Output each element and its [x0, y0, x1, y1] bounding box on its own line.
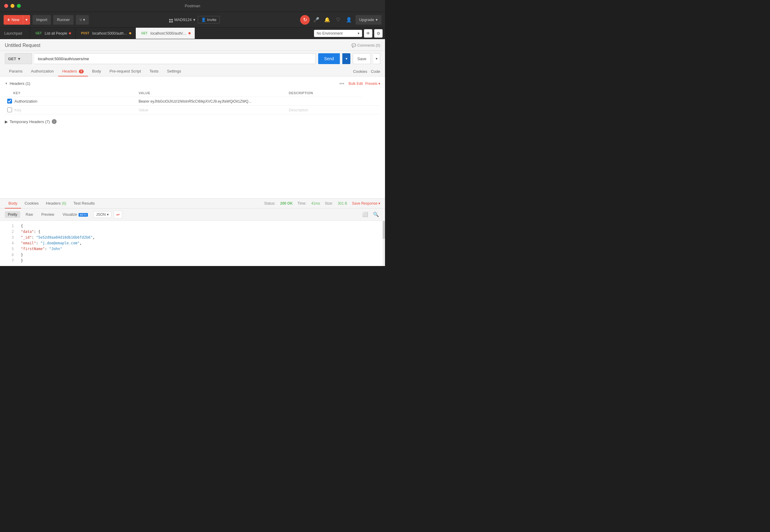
grid-icon [169, 17, 173, 23]
format-raw[interactable]: Raw [23, 211, 36, 218]
wrap-button[interactable]: ⇌ [114, 211, 122, 218]
new-dropdown-arrow[interactable]: ▾ [23, 15, 30, 25]
user-button[interactable]: 👤 [345, 16, 353, 24]
traffic-lights [4, 4, 21, 8]
json-line-6: 6 } [5, 252, 380, 258]
header-row-1: Authorization Bearer eyJhbGciOiJIUzI1NiI… [5, 97, 380, 106]
response-area: Body Cookies Headers (6) Test Results St… [0, 198, 385, 266]
env-settings-button[interactable]: ⚙ [374, 29, 382, 38]
upgrade-button[interactable]: Upgrade ▾ [355, 15, 381, 25]
send-button[interactable]: Send [318, 53, 340, 64]
workspace-button[interactable]: MAD9124 ▾ [169, 17, 195, 23]
close-button[interactable] [4, 4, 8, 8]
header-row1-value-cell: Bearer eyJhbGciOiJIUzI1NiIsInR5cCI6IkpXV… [136, 97, 286, 106]
headers-section-header[interactable]: ▼ Headers (1) [5, 81, 30, 86]
tab-body[interactable]: Body [88, 67, 105, 76]
save-button[interactable]: Save [353, 53, 371, 64]
comments-button[interactable]: 💬 Comments (0) [351, 43, 380, 48]
tab-list-people[interactable]: GET List all People [30, 28, 76, 39]
resp-tab-headers[interactable]: Headers (6) [42, 199, 70, 209]
resp-tab-cookies[interactable]: Cookies [21, 199, 42, 209]
minimize-button[interactable] [11, 4, 14, 8]
tab2-label: localhost:5000/auth/tok... [92, 31, 128, 36]
tab1-method: GET [34, 31, 43, 35]
url-input[interactable] [34, 53, 316, 64]
json-line-7: 7 } [5, 258, 380, 264]
new-button[interactable]: + New ▾ [4, 15, 30, 25]
section-label: Headers (1) [10, 81, 30, 86]
search-response-button[interactable]: 🔍 [372, 210, 380, 219]
tab3-unsaved-dot [188, 32, 190, 34]
send-dropdown-button[interactable]: ▾ [342, 53, 350, 64]
tab-headers-label: Headers [62, 69, 77, 73]
json-line-1: 1 { [5, 223, 380, 229]
tab-settings[interactable]: Settings [163, 67, 185, 76]
resp-tab-test-results[interactable]: Test Results [70, 199, 98, 209]
headers-table: KEY VALUE DESCRIPTION Authorization B [5, 89, 380, 114]
bell-button[interactable]: 🔔 [323, 16, 331, 24]
tab-prerequest[interactable]: Pre-request Script [105, 67, 145, 76]
workspace-chevron: ▾ [193, 17, 195, 22]
save-dropdown-button[interactable]: ▾ [373, 53, 380, 64]
headers-toolbar: ▼ Headers (1) ••• Bulk Edit Presets ▾ [5, 79, 380, 88]
temporary-headers[interactable]: ▶ Temporary Headers (7) i [5, 117, 380, 126]
cookies-link[interactable]: Cookies [353, 67, 367, 76]
size-value: 301 B [338, 201, 347, 206]
tab3-label: localhost:5000/auth/user... [150, 31, 187, 36]
env-controls: No Environment ▾ 👁 ⚙ [314, 29, 382, 38]
tab-post-token[interactable]: POST localhost:5000/auth/tok... [76, 28, 136, 39]
format-selector[interactable]: JSON ▾ [93, 211, 111, 218]
comments-label: Comments (0) [357, 43, 380, 48]
format-pretty[interactable]: Pretty [5, 211, 20, 218]
mic-button[interactable]: 🎤 [312, 16, 320, 24]
col-value-header: VALUE [136, 89, 286, 97]
response-scrollbar-track[interactable] [382, 221, 385, 266]
new-button-label: New [11, 17, 19, 22]
tab3-method: GET [140, 31, 149, 35]
tab-tests[interactable]: Tests [145, 67, 162, 76]
header-row-new-desc-placeholder: Description [289, 108, 308, 112]
runner-button[interactable]: Runner [53, 15, 73, 25]
presets-button[interactable]: Presets ▾ [365, 82, 380, 86]
maximize-button[interactable] [17, 4, 21, 8]
fork-button[interactable]: ⑂ ▾ [76, 15, 89, 25]
method-selector[interactable]: GET ▾ [5, 53, 32, 64]
toolbar-center: MAD9124 ▾ 👤 Invite [91, 16, 298, 23]
format-visualize[interactable]: Visualize BETA [60, 211, 91, 218]
tab-params[interactable]: Params [5, 67, 27, 76]
heart-button[interactable]: ♡ [334, 16, 342, 24]
tab1-label: List all People [45, 31, 67, 36]
time-label: Time: [297, 201, 306, 206]
invite-button[interactable]: 👤 Invite [198, 16, 220, 23]
header-row1-value: Bearer eyJhbGciOiJIUzI1NiIsInR5cCI6IkpXV… [138, 99, 251, 104]
title-bar: Postman [0, 0, 385, 12]
temp-headers-chevron: ▶ [5, 119, 8, 124]
tab-get-user[interactable]: GET localhost:5000/auth/user... [136, 28, 195, 39]
headers-more-button[interactable]: ••• [337, 80, 346, 87]
header-row-new-value-placeholder: Value [138, 108, 148, 112]
save-response-button[interactable]: Save Response ▾ [352, 201, 380, 206]
headers-actions: ••• Bulk Edit Presets ▾ [337, 80, 380, 87]
format-preview[interactable]: Preview [38, 211, 57, 218]
resp-tab-body[interactable]: Body [5, 199, 21, 209]
section-chevron: ▼ [5, 82, 8, 85]
import-button[interactable]: Import [32, 15, 51, 25]
code-link[interactable]: Code [371, 67, 380, 76]
sync-button[interactable]: ↻ [300, 15, 310, 25]
env-selector[interactable]: No Environment ▾ [314, 30, 362, 37]
copy-response-button[interactable]: ⬜ [361, 210, 369, 219]
request-title: Untitled Request [5, 43, 40, 48]
invite-label: Invite [207, 17, 216, 22]
info-icon: i [52, 119, 57, 124]
response-scrollbar-thumb[interactable] [382, 221, 385, 239]
header-row1-checkbox[interactable] [7, 99, 12, 104]
tab-launchpad[interactable]: Launchpad [0, 28, 30, 39]
tab-authorization[interactable]: Authorization [27, 67, 58, 76]
tab-headers[interactable]: Headers 8 [58, 67, 88, 76]
json-line-2: 2 "data": { [5, 229, 380, 235]
bulk-edit-button[interactable]: Bulk Edit [348, 82, 363, 86]
env-eye-button[interactable]: 👁 [364, 29, 372, 38]
header-row-new-checkbox[interactable] [7, 107, 12, 112]
temp-headers-label: Temporary Headers (7) [10, 119, 50, 124]
plus-icon: + [7, 17, 10, 23]
